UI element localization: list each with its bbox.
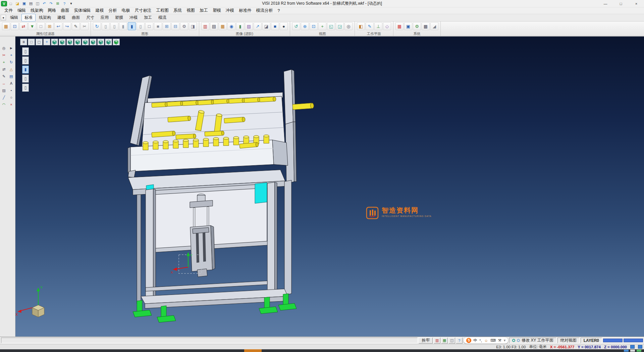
ribbon-selection-grid-button[interactable]: ⊞ (46, 22, 54, 30)
ribbon-view-camera-button[interactable]: ◎ (344, 22, 353, 30)
menu-item-2[interactable]: 编辑 (15, 7, 28, 14)
ribbon-wire-box-button[interactable]: □ (145, 22, 153, 30)
tab-1[interactable]: 编辑 (7, 14, 21, 21)
ribbon-view-front-button[interactable]: ◱ (327, 22, 335, 30)
menu-item-15[interactable]: 塑模 (210, 7, 223, 14)
tab-6[interactable]: 尺寸 (83, 14, 97, 21)
viewbar-view-cube-bottom-button[interactable] (97, 39, 104, 45)
viewbar-view-axes-button[interactable]: + (43, 39, 50, 45)
prompt-dot2-icon[interactable] (517, 339, 520, 342)
status-capture-button[interactable]: ◫ (448, 338, 455, 344)
qat-redo-button[interactable]: ↷ (48, 1, 54, 6)
ime-tools-icon[interactable]: ⚒ (498, 338, 501, 343)
prompt-dot-icon[interactable] (512, 339, 515, 342)
tab-2[interactable]: 标准 (21, 14, 36, 21)
layer-color-bar[interactable] (603, 339, 623, 342)
qat-snapshot-button[interactable]: ⊞ (55, 1, 61, 6)
ribbon-grid-box-2-button[interactable]: ⊟ (171, 22, 179, 30)
ribbon-clear-filter-button[interactable]: ✂ (80, 22, 89, 30)
palette-arc-button[interactable]: ◠ (1, 101, 7, 107)
view-mode-button[interactable]: 绝对视图 (557, 338, 580, 343)
qat-help-button[interactable]: ? (61, 1, 67, 6)
menu-item-19[interactable]: ? (275, 8, 282, 14)
viewbar-view-cube-left-button[interactable] (74, 39, 81, 45)
windows-taskbar[interactable] (0, 349, 644, 352)
palette-hatch-button[interactable]: ▨ (1, 87, 7, 93)
ribbon-histogram-button[interactable]: ▥ (201, 22, 209, 30)
qat-visi-logo-button[interactable]: V (1, 1, 7, 6)
palette-measure-button[interactable]: △ (8, 66, 14, 72)
ribbon-zoom-in-button[interactable]: ⊕ (301, 22, 309, 30)
floatstrip-clipboard-1-button[interactable]: ▯ (22, 47, 29, 55)
ribbon-system-settings-button[interactable]: ⚙ (413, 22, 421, 30)
palette-delete-button[interactable]: × (8, 101, 14, 107)
palette-point-button[interactable]: • (8, 87, 14, 93)
ime-keyboard-icon[interactable]: ⌨ (490, 338, 496, 343)
tray-icon-green[interactable] (637, 350, 641, 352)
floatstrip-clipboard-4-button[interactable]: ▯ (22, 75, 29, 83)
floatstrip-clipboard-2-button[interactable]: ▯ (22, 56, 29, 64)
floatstrip-clipboard-3-button[interactable]: ▮ (22, 65, 29, 74)
menu-item-7[interactable]: 建模 (93, 7, 106, 14)
palette-trim-button[interactable]: ✂ (1, 52, 7, 58)
menu-item-18[interactable]: 模流分析 (254, 7, 275, 14)
tab-7[interactable]: 应用 (98, 14, 112, 21)
ime-collapse-icon[interactable]: ▾ (504, 338, 506, 343)
ribbon-shaded-cylinder-button[interactable]: ▮ (119, 22, 127, 30)
status-image-button[interactable]: ▦ (441, 338, 448, 344)
ribbon-filter-box-button[interactable]: □ (37, 22, 45, 30)
viewbar-view-cube-shaded-button[interactable] (113, 39, 120, 45)
tab-3[interactable]: 线架构 (36, 14, 54, 21)
ribbon-workplane-edit-button[interactable]: ✎ (366, 22, 374, 30)
viewbar-view-menu-button[interactable]: ≡ (20, 39, 27, 45)
viewbar-view-paper-button[interactable]: ◻ (36, 39, 43, 45)
window-layout-icon-2[interactable] (638, 345, 642, 349)
ribbon-color-grid-button[interactable]: ▦ (395, 22, 404, 30)
close-button[interactable]: × (629, 0, 644, 7)
ribbon-wireframe-cylinder-button[interactable]: ▯ (102, 22, 110, 30)
viewport-3d[interactable]: Y X Y (15, 36, 644, 337)
viewbar-view-cube-iso2-button[interactable] (105, 39, 112, 45)
ribbon-solid-box-button[interactable]: ■ (154, 22, 162, 30)
active-layer-label[interactable]: LAYER0 (581, 338, 602, 343)
ribbon-zoom-fit-button[interactable]: ⊡ (310, 22, 318, 30)
tray-icon-blue[interactable] (624, 350, 629, 352)
menu-item-10[interactable]: 尺寸标注 (132, 7, 154, 14)
ribbon-advanced-palette-button[interactable]: ▦ (219, 22, 227, 30)
tab-5[interactable]: 曲面 (69, 14, 83, 21)
viewbar-view-cube-back-button[interactable] (66, 39, 73, 45)
ribbon-shadow-sphere-button[interactable]: ● (280, 22, 288, 30)
ribbon-slope-button[interactable]: ◢ (430, 22, 438, 30)
qat-undo-button[interactable]: ↶ (41, 1, 47, 6)
ribbon-workplane-normal-button[interactable]: ⊥ (374, 22, 382, 30)
menu-item-12[interactable]: 系统 (171, 7, 184, 14)
tab-11[interactable]: 模流 (155, 14, 169, 21)
palette-circle-button[interactable]: ○ (8, 94, 14, 100)
tab-dropdown-icon[interactable]: ▾ (1, 15, 6, 20)
palette-zoom-select-button[interactable]: ◎ (1, 45, 7, 51)
menu-item-9[interactable]: 电极 (119, 7, 132, 14)
ime-punct-icon[interactable]: °, (479, 338, 482, 343)
ribbon-grid-box-button[interactable]: ⊞ (163, 22, 171, 30)
palette-line-button[interactable]: ╱ (1, 94, 7, 100)
ribbon-render-cylinder-button[interactable]: ▯ (137, 22, 145, 30)
ribbon-hidden-line-cylinder-button[interactable]: ▯ (110, 22, 118, 30)
ribbon-shaded-edges-button[interactable]: ▮ (128, 22, 136, 30)
ribbon-checker-button[interactable]: ▩ (422, 22, 430, 30)
qat-save-file-button[interactable]: ▣ (21, 1, 27, 6)
qat-new-file-button[interactable]: □ (8, 1, 14, 6)
viewbar-view-blank-button[interactable]: □ (28, 39, 35, 45)
floatstrip-clipboard-5-button[interactable]: ▯ (22, 84, 29, 92)
ribbon-edit-attributes-button[interactable]: ✎ (72, 22, 80, 30)
lock-button[interactable]: 拴牢 (419, 338, 433, 344)
ribbon-workplane-xy-button[interactable]: ◧ (357, 22, 365, 30)
taskbar-app-orange[interactable] (244, 349, 262, 352)
viewbar-view-cube-top-button[interactable] (90, 39, 97, 45)
ribbon-snapshot-camera-button[interactable]: ◉ (227, 22, 235, 30)
ribbon-view-settings-button[interactable]: ⚙ (180, 22, 188, 30)
menu-item-5[interactable]: 曲面 (59, 7, 72, 14)
viewbar-view-cube-front-button[interactable] (59, 39, 66, 45)
menu-item-3[interactable]: 线架构 (28, 7, 46, 14)
ribbon-measure-arrow-button[interactable]: ↗ (254, 22, 262, 30)
ribbon-select-next-button[interactable]: ↪ (63, 22, 71, 30)
